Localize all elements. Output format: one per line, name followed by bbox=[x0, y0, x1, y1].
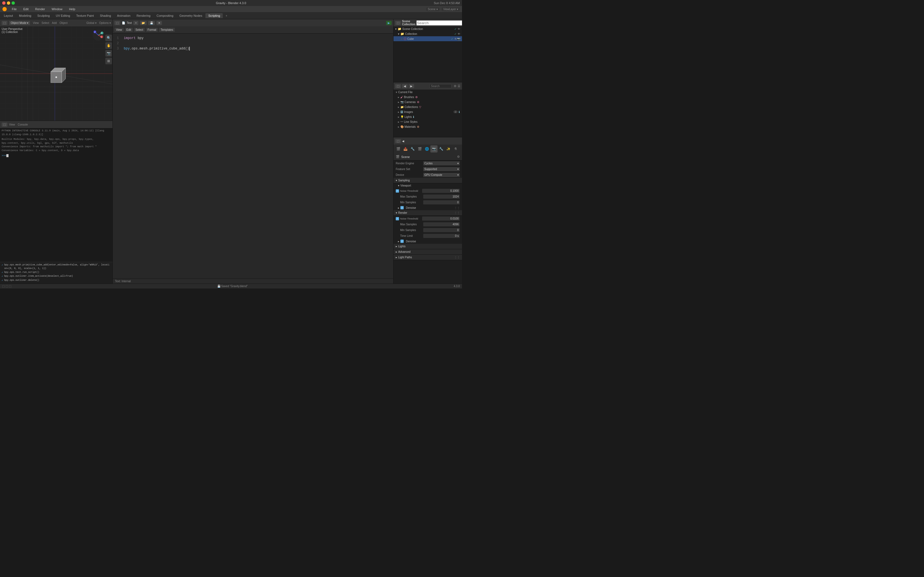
edit-menu[interactable]: Edit bbox=[125, 28, 133, 32]
render-max-samples-value[interactable]: 4096 bbox=[423, 222, 460, 226]
grab-button[interactable]: ✋ bbox=[105, 42, 112, 49]
lights-section-header[interactable]: ▸ Lights bbox=[394, 244, 462, 249]
tab-modeling[interactable]: Modeling bbox=[16, 13, 34, 18]
outliner-collection[interactable]: ▾ 📁 Collection ✓ 👁 bbox=[394, 31, 462, 36]
db-cameras[interactable]: ▸ 📷 Cameras ⚙ bbox=[394, 100, 462, 105]
prop-tab-physics[interactable]: ⚗ bbox=[452, 145, 459, 153]
render-denoise-check[interactable]: ✓ bbox=[401, 240, 404, 243]
scene-settings-icon[interactable]: ⚙ bbox=[457, 155, 460, 158]
fullscreen-button[interactable] bbox=[11, 2, 15, 5]
format-menu[interactable]: Format bbox=[146, 28, 158, 32]
vp-denoise-subsection[interactable]: ▸ ✓ Denoise ⋮⋮ bbox=[394, 205, 462, 210]
vp-denoise-check[interactable]: ✓ bbox=[401, 206, 404, 210]
viewport-canvas[interactable]: User Perspective (1) Collection Y X bbox=[0, 26, 113, 121]
camera-button[interactable]: 📷 bbox=[105, 50, 112, 56]
tab-layout[interactable]: Layout bbox=[1, 13, 16, 18]
prop-tab-render[interactable]: 🎬 bbox=[395, 145, 402, 153]
open-text-button[interactable]: 📂 bbox=[140, 21, 147, 25]
new-text-button[interactable]: + bbox=[133, 21, 138, 25]
menu-help[interactable]: Help bbox=[67, 7, 77, 11]
select-menu-tb[interactable]: Select bbox=[134, 28, 145, 32]
db-materials[interactable]: ▸ 🎨 Materials ⚙ bbox=[394, 124, 462, 129]
vp-min-samples-value[interactable]: 0 bbox=[423, 200, 460, 205]
data-browser-editor-type[interactable]: ⬚ bbox=[395, 84, 401, 88]
tab-geometry-nodes[interactable]: Geometry Nodes bbox=[176, 13, 205, 18]
outliner-scene-collection[interactable]: ▾ 📁 Scene Collection ✓ 👁 bbox=[394, 26, 462, 31]
render-time-limit-value[interactable]: 0 s bbox=[423, 234, 460, 238]
cube-eye[interactable]: 👁 bbox=[454, 37, 457, 40]
prop-tab-scene[interactable]: 🎬 bbox=[416, 145, 423, 153]
axes-widget[interactable]: Y X Z bbox=[92, 29, 104, 42]
data-browser-nav-back[interactable]: ◀ bbox=[402, 84, 407, 88]
feature-set-dropdown[interactable]: Supported ▾ bbox=[423, 167, 460, 171]
outliner-cube[interactable]: ▸ ⬡ Cube ✓ 👁 📷 bbox=[394, 36, 462, 41]
object-menu[interactable]: Object bbox=[60, 21, 68, 24]
blender-logo[interactable]: 🟠 bbox=[2, 7, 7, 11]
console-menu[interactable]: Console bbox=[18, 123, 28, 126]
scene-selector[interactable]: Scene ▾ bbox=[426, 7, 439, 11]
render-noise-threshold-check[interactable]: ✓ bbox=[396, 217, 399, 220]
outliner-editor-type[interactable]: ⬚ bbox=[395, 21, 401, 25]
grid-button[interactable]: ⊞ bbox=[105, 58, 112, 64]
add-workspace-button[interactable]: + bbox=[223, 13, 229, 18]
close-text-button[interactable]: ✕ bbox=[157, 21, 162, 25]
light-paths-options[interactable]: ⋮⋮ bbox=[454, 256, 460, 259]
menu-file[interactable]: File bbox=[10, 7, 18, 11]
sampling-section-header[interactable]: ▾ Sampling bbox=[394, 178, 462, 183]
render-section-header[interactable]: ▾ Render ⋮⋮ bbox=[394, 210, 462, 216]
menu-window[interactable]: Window bbox=[50, 7, 64, 11]
render-engine-dropdown[interactable]: Cycles ▾ bbox=[423, 161, 460, 165]
cube-render[interactable]: 📷 bbox=[457, 37, 460, 40]
render-denoise-subsection[interactable]: ▸ ✓ Denoise bbox=[394, 239, 462, 244]
db-line-styles[interactable]: ▸ 〰 Line Styles bbox=[394, 119, 462, 124]
templates-menu[interactable]: Templates bbox=[159, 28, 175, 32]
db-lights[interactable]: ▸ 💡 Lights ℹ bbox=[394, 114, 462, 119]
db-collections[interactable]: ▸ 📁 Collections ▽ bbox=[394, 105, 462, 110]
close-button[interactable] bbox=[2, 2, 5, 5]
text-editor-type[interactable]: ⬚ bbox=[115, 21, 120, 25]
prop-tab-object[interactable]: 📷 bbox=[430, 145, 438, 153]
text-editor-icon[interactable]: 📄 bbox=[122, 21, 125, 24]
render-noise-threshold-value[interactable]: 0.0100 bbox=[422, 216, 460, 221]
viewlayer-selector[interactable]: ViewLayer ▾ bbox=[442, 7, 460, 11]
menu-render[interactable]: Render bbox=[34, 7, 47, 11]
db-current-file[interactable]: ▾ Current File bbox=[394, 90, 462, 95]
save-text-button[interactable]: 💾 bbox=[148, 21, 155, 25]
render-options[interactable]: ⋮⋮ bbox=[454, 211, 460, 214]
light-paths-section-header[interactable]: ▸ Light Paths ⋮⋮ bbox=[394, 255, 462, 260]
view-menu[interactable]: View bbox=[115, 28, 124, 32]
vp-max-samples-value[interactable]: 1024 bbox=[423, 195, 460, 199]
prop-tab-output[interactable]: 📤 bbox=[402, 145, 409, 153]
editor-type-button[interactable]: ⬚ bbox=[2, 21, 7, 25]
db-images[interactable]: ▸ 🖼 Images 2 ℹ bbox=[394, 110, 462, 114]
console-input-prompt[interactable]: >>> bbox=[2, 153, 111, 158]
tab-animation[interactable]: Animation bbox=[115, 13, 133, 18]
data-browser-search[interactable] bbox=[430, 84, 452, 88]
tab-compositing[interactable]: Compositing bbox=[154, 13, 176, 18]
tab-sculpting[interactable]: Sculpting bbox=[35, 13, 53, 18]
tab-texture-paint[interactable]: Texture Paint bbox=[73, 13, 97, 18]
prop-tab-world[interactable]: 🌐 bbox=[423, 145, 430, 153]
viewport-subsection[interactable]: ▾ Viewport bbox=[394, 183, 462, 188]
outliner-search[interactable] bbox=[416, 20, 462, 26]
tab-rendering[interactable]: Rendering bbox=[134, 13, 153, 18]
vp-denoise-options[interactable]: ⋮⋮ bbox=[454, 206, 460, 210]
object-mode-button[interactable]: Object Mode ▾ bbox=[9, 21, 30, 25]
db-brushes[interactable]: ▸ 🖌 Brushes ⚙ bbox=[394, 95, 462, 100]
db-options-icon[interactable]: ☰ bbox=[457, 84, 460, 88]
view-menu[interactable]: View bbox=[33, 21, 39, 24]
tab-scripting[interactable]: Scripting bbox=[205, 13, 223, 18]
collection-eye[interactable]: 👁 bbox=[457, 32, 460, 35]
vp-noise-threshold-value[interactable]: 0.1000 bbox=[422, 189, 460, 193]
console-view-menu[interactable]: View bbox=[9, 123, 15, 126]
collections-filter-icon[interactable]: ▽ bbox=[419, 105, 421, 108]
db-filter-icon[interactable]: ⚙ bbox=[454, 84, 457, 88]
prop-tab-modifier[interactable]: 🔧 bbox=[438, 145, 445, 153]
scene-collection-eye[interactable]: 👁 bbox=[457, 27, 460, 31]
code-area[interactable]: 1 2 3 import bpy bpy.ops.mesh.primitive_… bbox=[113, 34, 393, 279]
tab-uv-editing[interactable]: UV Editing bbox=[53, 13, 73, 18]
data-browser-nav-fwd[interactable]: ▶ bbox=[409, 84, 414, 88]
prop-tab-view[interactable]: 🔧 bbox=[409, 145, 416, 153]
properties-nav-back[interactable]: ◀ bbox=[402, 140, 404, 143]
advanced-section-header[interactable]: ▸ Advanced bbox=[394, 249, 462, 255]
